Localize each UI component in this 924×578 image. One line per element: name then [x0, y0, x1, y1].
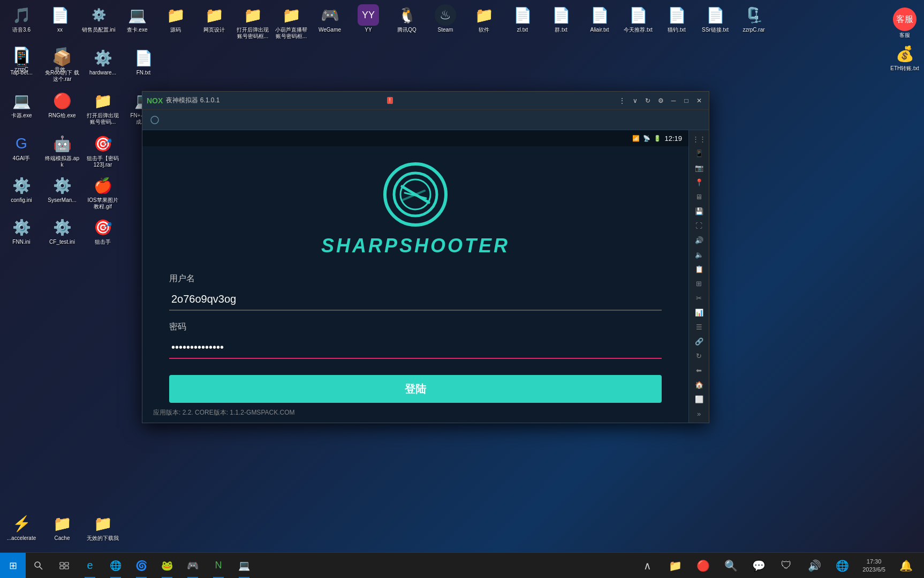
desktop-icon-kaqiexe[interactable]: 💻 卡器.exe	[2, 88, 41, 127]
desktop-icon-cfg[interactable]: ⚙️ config.ini	[2, 172, 41, 212]
desktop-icon-hardware[interactable]: ⚙️ hardware...	[84, 45, 122, 85]
taskbar-icon-browser[interactable]: 🌐	[103, 553, 128, 579]
desktop-icon-sysman[interactable]: ⚙️ SyserMan...	[43, 172, 81, 212]
taskbar-icon-frog[interactable]: 🐸	[154, 553, 180, 579]
nox-content: 📶 📡 🔋 12:19	[142, 130, 709, 423]
logo-text: SHARPSHOOTER	[321, 235, 510, 257]
desktop-icon-jushou[interactable]: 🎯 狙击手	[84, 214, 122, 247]
taskbar-icon-ie2[interactable]: 🌀	[128, 553, 154, 579]
icon-label: 源码	[170, 27, 181, 33]
desktop-icon-jintianzhuijiantxt[interactable]: 📄 今天推荐.txt	[619, 2, 657, 42]
desktop-icon-zltxt[interactable]: 📄 zl.txt	[503, 2, 542, 42]
desktop-icon-ios[interactable]: 🍎 IOS苹果图片教程.gif	[84, 172, 122, 212]
desktop-icon-xiaoshou[interactable]: ⚙️ 销售员配置.ini	[79, 2, 118, 42]
desktop-icon-quntxt[interactable]: 📄 群.txt	[542, 2, 580, 42]
tray-icon-msg[interactable]: 💬	[746, 553, 771, 579]
taskbar-icon-taskview[interactable]	[51, 553, 77, 579]
desktop-icon-cache[interactable]: 📁 Cache	[43, 511, 81, 544]
sidebar-recent-btn[interactable]: ⬜	[691, 393, 707, 406]
maximize-btn[interactable]: □	[681, 95, 692, 106]
desktop-icon-aliairtxt[interactable]: 📄 Aliair.txt	[580, 2, 619, 42]
desktop-icon-accelerate[interactable]: ⚡ ...accelerate	[2, 511, 41, 544]
desktop-icon-yy[interactable]: YY YY	[349, 2, 388, 42]
menu-btn[interactable]: ⋮	[617, 95, 627, 106]
close-btn[interactable]: ✕	[694, 95, 705, 106]
taskbar-icon-search[interactable]	[26, 553, 51, 579]
tray-icon-search2[interactable]: 🔍	[718, 553, 744, 579]
desktop-icon-android[interactable]: 🤖 终端模拟器.apk	[43, 131, 81, 170]
login-button[interactable]: 登陆	[169, 375, 662, 403]
sidebar-link-btn[interactable]: 🔗	[691, 335, 707, 348]
desktop-icon-yuanma[interactable]: 📁 源码	[156, 2, 195, 42]
minimize-btn[interactable]: ─	[668, 95, 679, 106]
refresh-btn[interactable]: ↻	[642, 95, 653, 106]
sidebar-list-btn[interactable]: ☰	[691, 320, 707, 334]
sidebar-location-btn[interactable]: 📍	[691, 176, 707, 189]
desktop-icon-qq[interactable]: 🐧 腾讯QQ	[388, 2, 426, 42]
nox-title-text: 夜神模拟器 6.1.0.1	[166, 96, 383, 105]
desktop-icon-kefu[interactable]: 客服 客服	[885, 5, 924, 41]
sidebar-volume-down-btn[interactable]: 🔈	[691, 248, 707, 261]
desktop-icon-wuxiao[interactable]: 📁 无效的下载我	[84, 511, 122, 544]
desktop-icon-xx[interactable]: 📄 xx	[41, 2, 79, 42]
taskbar-icons: e 🌐 🌀 🐸 🎮 N 💻	[26, 553, 634, 578]
sidebar-grid-btn[interactable]: ⊞	[691, 277, 707, 290]
tray-icon-shield[interactable]: 🛡	[774, 553, 799, 579]
tray-icon-notification[interactable]: 🔔	[893, 553, 919, 579]
sidebar-screen-btn[interactable]: 🖥	[691, 190, 707, 204]
sidebar-menu-btn[interactable]: ⋮⋮	[691, 132, 707, 146]
sidebar-save-btn[interactable]: 💾	[691, 205, 707, 218]
tray-icon-folder[interactable]: 📁	[662, 553, 688, 579]
desktop-icon-cftest[interactable]: ⚙️ CF_test.ini	[43, 214, 81, 247]
sidebar-expand-btn[interactable]: ⛶	[691, 219, 707, 232]
desktop-icon-open1[interactable]: 📁 打开后弹出现 账号密码框...	[233, 2, 272, 42]
desktop-icon-rngexe[interactable]: 🔴 RNG给.exe	[43, 88, 81, 127]
taskbar-icon-game[interactable]: 🎮	[180, 553, 206, 579]
desktop-icon-g[interactable]: G 4GAI手	[2, 131, 41, 170]
sidebar-home-btn[interactable]: 🏠	[691, 378, 707, 392]
chevron-btn[interactable]: ∨	[630, 95, 640, 106]
desktop-icon-wegame[interactable]: 🎮 WeGame	[310, 2, 349, 42]
sidebar-volume-up-btn[interactable]: 🔊	[691, 234, 707, 247]
sidebar-clipboard-btn[interactable]: 📋	[691, 262, 707, 276]
icon-label: 免Root的下 载这个.rar	[45, 70, 79, 82]
taskbar-icon-cmd[interactable]: 💻	[231, 553, 257, 579]
desktop-icon-eth[interactable]: 💰 ETH转账.txt	[885, 41, 924, 74]
icon-label: 卡器.exe	[11, 112, 32, 119]
toolbar-back-btn[interactable]	[147, 112, 163, 127]
desktop-icon-maodiaotxt[interactable]: 📄 猫钓.txt	[657, 2, 696, 42]
nox-sidebar: ⋮⋮ 📱 📷 📍 🖥 💾 ⛶ 🔊 🔈 📋 ⊞ ✂ 📊 ☰ 🔗 ↻ ⬅ 🏠 ⬜	[688, 130, 709, 423]
sidebar-cut-btn[interactable]: ✂	[691, 291, 707, 305]
desktop-icon-open2[interactable]: 📁 小葫芦直播帮 账号密码框...	[272, 2, 310, 42]
taskbar-icon-nox[interactable]: N	[206, 553, 231, 579]
taskbar-icon-ie[interactable]: e	[77, 553, 103, 579]
desktop-icon-freeroot[interactable]: 📦 免Root的下 载这个.rar	[43, 45, 81, 85]
desktop-icon-fnn[interactable]: ⚙️ FNN.ini	[2, 214, 41, 247]
desktop-icon-zhandoushou[interactable]: 🎯 狙击手【密码123].rar	[84, 131, 122, 170]
desktop-icon-steam[interactable]: ♨ Steam	[426, 2, 465, 42]
sidebar-expand-more-btn[interactable]: »	[691, 407, 707, 421]
tray-icon-up[interactable]: ∧	[634, 553, 660, 579]
desktop-icon-zzrpcrar[interactable]: 🗜️ zzrpC.rar	[734, 2, 773, 42]
tray-icon-q[interactable]: 🔴	[690, 553, 716, 579]
tray-icon-vol[interactable]: 🔊	[801, 553, 827, 579]
desktop-icon-chaka[interactable]: 💻 查卡.exe	[118, 2, 156, 42]
tray-icon-net[interactable]: 🌐	[829, 553, 855, 579]
password-input[interactable]	[169, 337, 662, 358]
sidebar-camera-btn[interactable]: 📷	[691, 161, 707, 175]
sidebar-phone-btn[interactable]: 📱	[691, 147, 707, 160]
sidebar-back-btn[interactable]: ⬅	[691, 364, 707, 377]
sidebar-chart-btn[interactable]: 📊	[691, 306, 707, 319]
sidebar-sync-btn[interactable]: ↻	[691, 349, 707, 363]
settings-btn[interactable]: ⚙	[655, 95, 666, 106]
desktop-icon-ruanjian[interactable]: 📁 软件	[465, 2, 503, 42]
start-button[interactable]: ⊞	[0, 553, 26, 579]
desktop-icon-tapbet[interactable]: 📱 Tap-bet...	[2, 45, 41, 85]
desktop-icon-fntxt[interactable]: 📄 FN.txt	[124, 45, 163, 85]
desktop-icon-wangyesheji[interactable]: 📁 网页设计	[195, 2, 233, 42]
desktop-icon-ssrtxt[interactable]: 📄 SSr链接.txt	[696, 2, 734, 42]
icon-label: 网页设计	[203, 27, 225, 33]
username-input[interactable]	[169, 289, 662, 310]
desktop-icon-yuyin[interactable]: 🎵 语音3.6	[2, 2, 41, 42]
desktop-icon-dkzh2[interactable]: 📁 打开后弹出现 账号密码...	[84, 88, 122, 127]
